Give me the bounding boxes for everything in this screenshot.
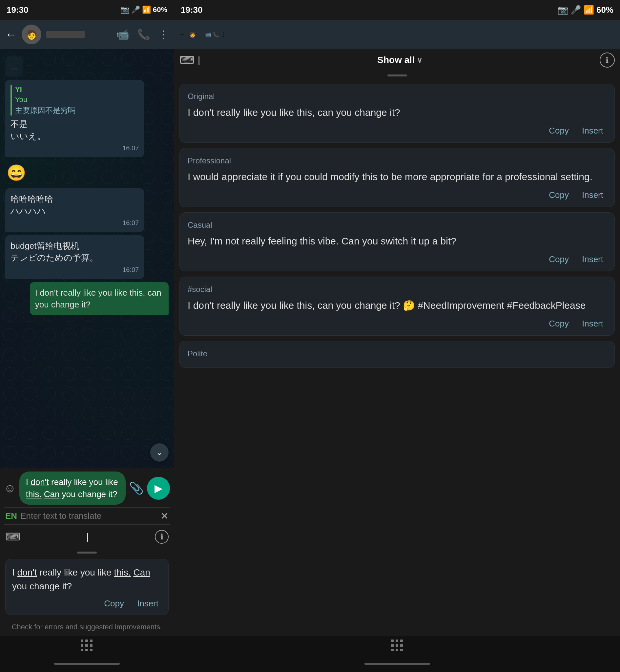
card-actions-casual: Copy Insert (188, 253, 607, 266)
right-time: 19:30 (181, 5, 203, 15)
right-keyboard-grid (174, 636, 620, 656)
quote-sender-1: YI (15, 85, 139, 95)
right-drag-handle (388, 74, 407, 76)
left-status-bar: 19:30 📷 🎤 📶 60% (0, 0, 174, 20)
original-copy-button[interactable]: Copy (546, 124, 572, 137)
quote-text-1: 主要原因不是穷吗 (15, 105, 139, 115)
right-back-button[interactable]: ← (179, 32, 185, 37)
card-actions-professional: Copy Insert (188, 189, 607, 202)
right-status-icons: 📷 🎤 📶 60% (558, 5, 613, 15)
right-menu-icon[interactable]: ⋮ (221, 32, 226, 37)
right-battery-icon: 60% (597, 5, 613, 15)
suggestion-card: I don't really like you like this. Can y… (5, 559, 169, 615)
check-hint: Check for errors and suggested improveme… (4, 620, 170, 633)
msg-sent-1: I don't really like you like this, can y… (30, 282, 169, 315)
casual-insert-button[interactable]: Insert (579, 253, 607, 266)
right-video-call-icon[interactable]: 📹 (205, 32, 212, 37)
msg-time-3: 16:07 (10, 265, 139, 274)
compose-underline-2: this. (26, 489, 42, 499)
scroll-down-button[interactable]: ⌄ (150, 443, 169, 462)
left-keyboard-grid-icon (81, 639, 93, 652)
original-insert-button[interactable]: Insert (579, 124, 607, 137)
compose-underline-3: Can (44, 489, 60, 499)
left-contact-name-area (46, 31, 111, 38)
msg-text-1: 不是いいえ。 (10, 118, 139, 142)
right-phone-icon[interactable]: 📞 (213, 32, 219, 37)
left-drag-handle (77, 552, 97, 554)
professional-insert-button[interactable]: Insert (579, 189, 607, 202)
keyboard-icon-left[interactable]: ⌨ (5, 530, 20, 543)
msg-sent-text-1: I don't really like you like this, can y… (35, 287, 163, 311)
suggestion-copy-button[interactable]: Copy (101, 597, 127, 610)
right-mic-icon: 🎤 (570, 5, 581, 15)
left-panel: 19:30 📷 🎤 📶 60% ← 🧑 📹 📞 ⋮ ... (0, 0, 174, 672)
card-actions-original: Copy Insert (188, 124, 607, 137)
rewrite-toolbar-left: ⌨ | (179, 54, 200, 66)
show-all-label: Show all (377, 55, 415, 65)
info-button-left[interactable]: ℹ (155, 530, 169, 544)
left-keyboard-grid (0, 636, 174, 656)
msg-text-3: budget留给电视机テレビのための予算。 (10, 240, 139, 264)
show-all-chevron-icon: ∨ (417, 55, 422, 65)
attach-button[interactable]: 📎 (129, 481, 144, 495)
card-label-casual: Casual (188, 220, 607, 230)
card-actions-social: Copy Insert (188, 317, 607, 330)
show-all-button[interactable]: Show all ∨ (377, 55, 422, 65)
compose-row: ☺ I don't really like you like this. Can… (4, 471, 170, 505)
right-header-icons: 📹 📞 ⋮ (205, 32, 226, 38)
translate-input[interactable] (20, 511, 157, 521)
social-insert-button[interactable]: Insert (579, 317, 607, 330)
msg-emoji: 😄 (5, 160, 144, 185)
left-video-call-icon[interactable]: 📹 (116, 28, 129, 41)
left-chat-area: ... YI You 主要原因不是穷吗 不是いいえ。 16:07 😄 (0, 49, 174, 468)
left-header-icons: 📹 📞 ⋮ (116, 28, 169, 41)
right-home-bar-line (364, 663, 430, 665)
right-avatar: 🧑 (189, 32, 196, 38)
left-status-icons: 📷 🎤 📶 60% (120, 6, 167, 14)
emoji-button[interactable]: ☺ (4, 481, 16, 495)
left-home-bar-line (54, 663, 120, 665)
msg-received-3: budget留给电视机テレビのための予算。 16:07 (5, 235, 144, 279)
left-avatar: 🧑 (22, 24, 41, 44)
cursor-indicator: | (86, 531, 89, 542)
blurred-message: ... (5, 56, 169, 77)
left-input-area: ☺ I don't really like you like this. Can… (0, 468, 174, 636)
left-menu-icon[interactable]: ⋮ (158, 28, 169, 41)
blurred-bubble: ... (5, 56, 23, 77)
camera-icon: 📷 (120, 6, 129, 14)
rewrite-card-polite: Polite (179, 341, 615, 368)
right-chat-header: ← 🧑 📹 📞 ⋮ (174, 20, 620, 49)
card-text-professional: I would appreciate it if you could modif… (188, 169, 607, 184)
rewrite-cards-area: Original I don't really like you like th… (174, 79, 620, 636)
card-text-casual: Hey, I'm not really feeling this vibe. C… (188, 234, 607, 248)
compose-bubble[interactable]: I don't really like you like this. Can y… (19, 471, 125, 505)
rewrite-info-button[interactable]: ℹ (600, 52, 615, 67)
msg-time-1: 16:07 (10, 143, 139, 153)
msg-received-2: 哈哈哈哈哈ハハハハ 16:07 (5, 188, 144, 232)
left-back-button[interactable]: ← (5, 28, 17, 41)
left-keyboard-toolbar: ⌨ | ℹ (4, 527, 170, 546)
casual-copy-button[interactable]: Copy (546, 253, 572, 266)
msg-text-2: 哈哈哈哈哈ハハハハ (10, 193, 139, 217)
right-home-bar (174, 656, 620, 672)
left-phone-icon[interactable]: 📞 (137, 28, 150, 41)
msg-time-2: 16:07 (10, 218, 139, 227)
card-text-original: I don't really like you like this, can y… (188, 105, 607, 120)
rewrite-card-casual: Casual Hey, I'm not really feeling this … (179, 212, 615, 271)
left-home-bar (0, 656, 174, 672)
social-copy-button[interactable]: Copy (546, 317, 572, 330)
card-label-polite: Polite (188, 349, 607, 358)
quote-sender-label: You (15, 95, 139, 105)
translate-lang: EN (5, 511, 17, 521)
translate-close-button[interactable]: ✕ (160, 510, 169, 522)
suggestion-insert-button[interactable]: Insert (134, 597, 162, 610)
rewrite-card-professional: Professional I would appreciate it if yo… (179, 148, 615, 207)
professional-copy-button[interactable]: Copy (546, 189, 572, 202)
send-button[interactable]: ▶ (147, 477, 170, 500)
right-signal-icon: 📶 (583, 5, 594, 15)
message-row-sent: I don't really like you like this, can y… (5, 282, 169, 315)
keyboard-icon-right[interactable]: ⌨ (179, 54, 195, 66)
rewrite-card-original: Original I don't really like you like th… (179, 84, 615, 143)
suggestion-actions: Copy Insert (12, 597, 162, 610)
left-time: 19:30 (7, 5, 29, 15)
